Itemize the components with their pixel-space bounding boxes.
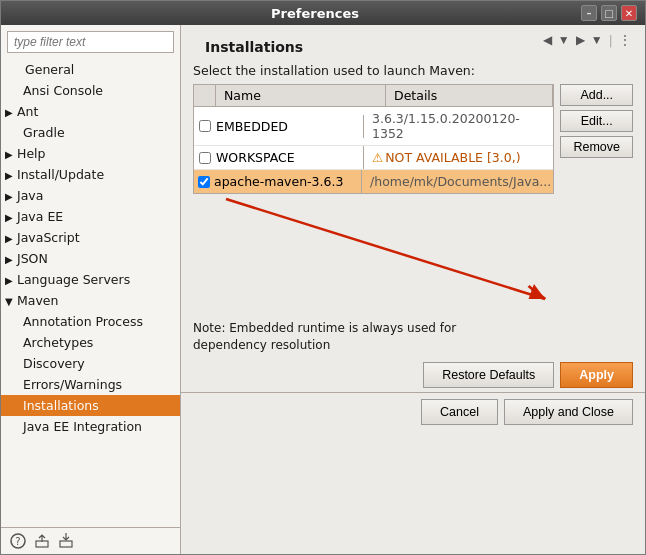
row-name-cell: WORKSPACE (212, 146, 364, 169)
remove-button[interactable]: Remove (560, 136, 633, 158)
red-arrow-svg (193, 194, 633, 314)
apply-button[interactable]: Apply (560, 362, 633, 388)
svg-marker-5 (529, 284, 546, 299)
cancel-button[interactable]: Cancel (421, 399, 498, 425)
row-name-cell: EMBEDDED (212, 115, 364, 138)
sidebar-item-maven[interactable]: ▼Maven (1, 290, 180, 311)
sidebar-item-general[interactable]: General (1, 59, 180, 80)
action-buttons: Add... Edit... Remove (560, 84, 633, 194)
svg-text:?: ? (15, 536, 20, 547)
row-name-cell: apache-maven-3.6.3 (210, 170, 362, 193)
collapsed-arrow-icon2: ▶ (5, 149, 17, 160)
sidebar-item-discovery[interactable]: Discovery (1, 353, 180, 374)
preferences-window: Preferences – □ ✕ General Ansi Console ▶… (0, 0, 646, 555)
collapsed-arrow-icon4: ▶ (5, 191, 17, 202)
apache-checkbox[interactable] (198, 176, 210, 188)
dialog-bottom: Cancel Apply and Close (181, 392, 645, 431)
sidebar-item-annotation-process[interactable]: Annotation Process (1, 311, 180, 332)
row-checkbox[interactable] (194, 176, 210, 188)
sidebar-item-errors-warnings[interactable]: Errors/Warnings (1, 374, 180, 395)
sidebar-item-help[interactable]: ▶Help (1, 143, 180, 164)
sidebar-item-ansi-console[interactable]: Ansi Console (1, 80, 180, 101)
row-checkbox[interactable] (194, 120, 212, 132)
row-details-cell: 3.6.3/1.15.0.20200120-1352 (364, 107, 553, 145)
sidebar-item-java-ee[interactable]: ▶Java EE (1, 206, 180, 227)
embedded-checkbox[interactable] (199, 120, 211, 132)
nav-arrows: ◀ ▼ ▶ ▼ | ⋮ (541, 31, 633, 49)
svg-line-7 (532, 289, 545, 299)
sidebar-item-java[interactable]: ▶Java (1, 185, 180, 206)
sidebar-item-install-update[interactable]: ▶Install/Update (1, 164, 180, 185)
close-button[interactable]: ✕ (621, 5, 637, 21)
forward-dropdown2-button[interactable]: ▼ (589, 31, 605, 49)
workspace-checkbox[interactable] (199, 152, 211, 164)
collapsed-arrow-icon: ▶ (5, 107, 17, 118)
export-icon[interactable] (33, 532, 51, 550)
help-icon[interactable]: ? (9, 532, 27, 550)
import-icon[interactable] (57, 532, 75, 550)
note-text: Note: Embedded runtime is always used fo… (181, 314, 645, 358)
minimize-button[interactable]: – (581, 5, 597, 21)
table-row-selected[interactable]: apache-maven-3.6.3 /home/mk/Documents/Ja… (194, 170, 553, 193)
sidebar-item-archetypes[interactable]: Archetypes (1, 332, 180, 353)
sidebar-bottom: ? (1, 527, 180, 554)
svg-rect-3 (60, 541, 72, 547)
maximize-button[interactable]: □ (601, 5, 617, 21)
sidebar-item-java-ee-integration[interactable]: Java EE Integration (1, 416, 180, 437)
checkbox-column-header (194, 85, 216, 106)
tree-area: General Ansi Console ▶Ant Gradle ▶Help ▶… (1, 59, 180, 527)
collapsed-arrow-icon7: ▶ (5, 254, 17, 265)
collapsed-arrow-icon6: ▶ (5, 233, 17, 244)
table-row[interactable]: WORKSPACE ⚠NOT AVAILABLE [3.0,) (194, 146, 553, 170)
no-arrow-icon (13, 65, 25, 76)
collapsed-arrow-icon8: ▶ (5, 275, 17, 286)
name-column-header: Name (216, 85, 386, 106)
sidebar-item-language-servers[interactable]: ▶Language Servers (1, 269, 180, 290)
sidebar-item-gradle[interactable]: Gradle (1, 122, 180, 143)
menu-button[interactable]: ⋮ (617, 31, 633, 49)
svg-line-6 (529, 286, 546, 299)
panel-title: Installations (193, 31, 315, 59)
sidebar: General Ansi Console ▶Ant Gradle ▶Help ▶… (1, 25, 181, 554)
instructions-text: Select the installation used to launch M… (181, 61, 645, 84)
forward-dropdown-button[interactable]: ▼ (556, 31, 572, 49)
svg-line-4 (226, 199, 545, 299)
restore-defaults-button[interactable]: Restore Defaults (423, 362, 554, 388)
table-header: Name Details (194, 85, 553, 107)
edit-button[interactable]: Edit... (560, 110, 633, 132)
table-row[interactable]: EMBEDDED 3.6.3/1.15.0.20200120-1352 (194, 107, 553, 146)
sidebar-item-installations[interactable]: Installations (1, 395, 180, 416)
forward-button[interactable]: ▶ (574, 31, 587, 49)
row-details-cell: /home/mk/Documents/Java... (362, 170, 559, 193)
titlebar: Preferences – □ ✕ (1, 1, 645, 25)
sidebar-item-ant[interactable]: ▶Ant (1, 101, 180, 122)
window-title: Preferences (49, 6, 581, 21)
sidebar-item-javascript[interactable]: ▶JavaScript (1, 227, 180, 248)
add-button[interactable]: Add... (560, 84, 633, 106)
sidebar-item-json[interactable]: ▶JSON (1, 248, 180, 269)
collapsed-arrow-icon5: ▶ (5, 212, 17, 223)
installations-table: Name Details EMBEDDED (193, 84, 554, 194)
restore-apply-section: Restore Defaults Apply (181, 358, 645, 392)
arrow-area (193, 194, 633, 314)
apply-and-close-button[interactable]: Apply and Close (504, 399, 633, 425)
filter-input[interactable] (7, 31, 174, 53)
collapsed-arrow-icon3: ▶ (5, 170, 17, 181)
main-content: General Ansi Console ▶Ant Gradle ▶Help ▶… (1, 25, 645, 554)
back-button[interactable]: ◀ (541, 31, 554, 49)
expanded-arrow-icon: ▼ (5, 296, 17, 307)
details-column-header: Details (386, 85, 553, 106)
window-controls: – □ ✕ (581, 5, 637, 21)
row-checkbox[interactable] (194, 152, 212, 164)
main-panel: Installations ◀ ▼ ▶ ▼ | ⋮ Select the ins… (181, 25, 645, 554)
warning-icon: ⚠ (372, 150, 383, 165)
table-section: Name Details EMBEDDED (193, 84, 633, 194)
row-details-cell-warning: ⚠NOT AVAILABLE [3.0,) (364, 146, 553, 169)
